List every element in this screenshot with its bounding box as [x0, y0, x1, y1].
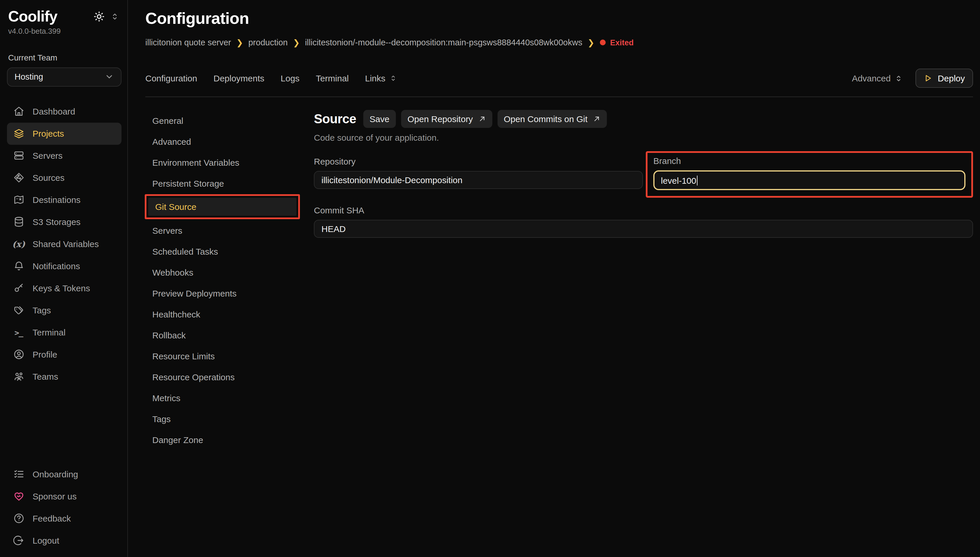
sidebar-item-teams[interactable]: Teams — [7, 365, 122, 388]
sidebar-item-profile[interactable]: Profile — [7, 343, 122, 365]
sidebar-item-servers[interactable]: Servers — [7, 145, 122, 166]
chevron-down-icon — [105, 72, 114, 81]
subnav-item-preview-deployments[interactable]: Preview Deployments — [145, 283, 296, 303]
play-icon — [924, 74, 933, 83]
app-logo[interactable]: Coolify — [8, 8, 57, 25]
sidebar: Coolify v4.0.0-beta.399 Current Team Hos… — [0, 0, 128, 557]
sidebar-item-notifications[interactable]: Notifications — [7, 255, 122, 277]
source-subtitle: Code source of your application. — [314, 133, 973, 142]
subnav-item-scheduled-tasks[interactable]: Scheduled Tasks — [145, 241, 296, 262]
chevrons-up-down-icon — [390, 75, 397, 82]
external-link-icon — [593, 115, 600, 123]
sidebar-item-destinations[interactable]: Destinations — [7, 189, 122, 211]
commit-sha-input[interactable] — [314, 220, 973, 238]
sidebar-item-shared-variables[interactable]: (x) Shared Variables — [7, 233, 122, 255]
key-icon — [13, 283, 24, 294]
checklist-icon — [13, 468, 24, 479]
main-content: Configuration illicitonion quote server … — [128, 0, 980, 557]
page-title: Configuration — [145, 9, 973, 28]
breadcrumb-project[interactable]: illicitonion quote server — [145, 38, 231, 47]
sidebar-item-projects[interactable]: Projects — [7, 122, 122, 145]
open-repository-button[interactable]: Open Repository — [401, 110, 492, 128]
repository-input[interactable] — [314, 171, 643, 189]
variable-icon: (x) — [13, 239, 24, 249]
server-icon — [13, 150, 24, 161]
subnav-item-resource-operations[interactable]: Resource Operations — [145, 366, 296, 387]
subnav-item-danger-zone[interactable]: Danger Zone — [145, 429, 296, 450]
user-icon — [13, 349, 24, 360]
sidebar-item-feedback[interactable]: Feedback — [7, 507, 122, 529]
breadcrumb-environment[interactable]: production — [248, 38, 288, 47]
help-icon — [13, 513, 24, 524]
save-button[interactable]: Save — [363, 110, 396, 128]
git-source-icon — [13, 172, 24, 183]
current-team-label: Current Team — [8, 53, 122, 62]
theme-selector-chevrons-icon[interactable] — [111, 12, 119, 21]
sidebar-item-s3-storages[interactable]: S3 Storages — [7, 211, 122, 233]
sidebar-item-keys-tokens[interactable]: Keys & Tokens — [7, 277, 122, 299]
sidebar-item-tags[interactable]: Tags — [7, 299, 122, 321]
chevrons-up-down-icon — [895, 74, 903, 82]
subnav-item-rollback[interactable]: Rollback — [145, 324, 296, 345]
git-source-panel: Source Save Open Repository Open Commits… — [314, 110, 973, 557]
sidebar-nav: Dashboard Projects Servers Sources Desti… — [7, 100, 122, 388]
tab-links[interactable]: Links — [365, 73, 397, 83]
chevron-right-icon: ❯ — [293, 38, 300, 47]
status-dot-icon — [600, 39, 605, 46]
tab-configuration[interactable]: Configuration — [145, 73, 197, 83]
logo-row: Coolify — [7, 8, 122, 25]
subnav-item-resource-limits[interactable]: Resource Limits — [145, 345, 296, 366]
sidebar-item-sources[interactable]: Sources — [7, 166, 122, 189]
deploy-button[interactable]: Deploy — [916, 68, 973, 88]
subnav-item-metrics[interactable]: Metrics — [145, 387, 296, 408]
subnav-item-tags[interactable]: Tags — [145, 408, 296, 429]
sidebar-item-sponsor-us[interactable]: Sponsor us — [7, 485, 122, 507]
commit-sha-field: Commit SHA — [314, 205, 973, 238]
team-select[interactable]: Hosting — [7, 67, 122, 86]
sidebar-item-logout[interactable]: Logout — [7, 529, 122, 551]
breadcrumb-application[interactable]: illicitestonion/-module--decomposition:m… — [305, 38, 582, 47]
logout-icon — [13, 534, 24, 546]
users-icon — [13, 371, 24, 382]
chevron-right-icon: ❯ — [236, 38, 243, 47]
tabs-divider — [145, 96, 973, 97]
advanced-toggle[interactable]: Advanced — [852, 73, 903, 83]
open-commits-button[interactable]: Open Commits on Git — [497, 110, 606, 128]
subnav-item-general[interactable]: General — [145, 110, 296, 131]
subnav-item-webhooks[interactable]: Webhooks — [145, 262, 296, 283]
subnav-item-healthcheck[interactable]: Healthcheck — [145, 303, 296, 324]
subnav-item-servers[interactable]: Servers — [145, 220, 296, 241]
branch-input[interactable]: level-100 — [653, 170, 965, 190]
tab-terminal[interactable]: Terminal — [316, 73, 349, 83]
subnav-item-advanced[interactable]: Advanced — [145, 131, 296, 152]
source-heading: Source — [314, 111, 356, 127]
theme-toggle-sun-icon[interactable] — [94, 11, 105, 22]
breadcrumb: illicitonion quote server ❯ production ❯… — [145, 38, 973, 47]
repository-label: Repository — [314, 156, 643, 166]
terminal-icon: >_ — [13, 327, 24, 337]
annotation-box-branch: Branch level-100 — [646, 151, 973, 198]
subnav-item-git-source[interactable]: Git Source — [148, 198, 296, 216]
text-cursor — [697, 175, 698, 185]
tab-deployments[interactable]: Deployments — [213, 73, 264, 83]
annotation-box-git-source: Git Source — [145, 194, 300, 219]
tabs-actions: Advanced Deploy — [852, 68, 973, 88]
tab-logs[interactable]: Logs — [281, 73, 300, 83]
config-subnav: General Advanced Environment Variables P… — [145, 110, 296, 557]
status-label: Exited — [610, 38, 634, 47]
status-badge: Exited — [600, 38, 634, 47]
subnav-item-environment-variables[interactable]: Environment Variables — [145, 152, 296, 173]
sidebar-item-onboarding[interactable]: Onboarding — [7, 463, 122, 485]
home-icon — [13, 106, 24, 117]
app-version: v4.0.0-beta.399 — [8, 26, 122, 35]
map-icon — [13, 194, 24, 205]
commit-sha-label: Commit SHA — [314, 205, 973, 215]
external-link-icon — [478, 115, 486, 123]
team-select-value: Hosting — [15, 72, 43, 81]
branch-label: Branch — [653, 156, 965, 166]
subnav-item-persistent-storage[interactable]: Persistent Storage — [145, 173, 296, 194]
sidebar-item-terminal[interactable]: >_ Terminal — [7, 321, 122, 343]
sidebar-item-dashboard[interactable]: Dashboard — [7, 100, 122, 122]
chevron-right-icon: ❯ — [588, 38, 594, 47]
tags-icon — [13, 305, 24, 316]
